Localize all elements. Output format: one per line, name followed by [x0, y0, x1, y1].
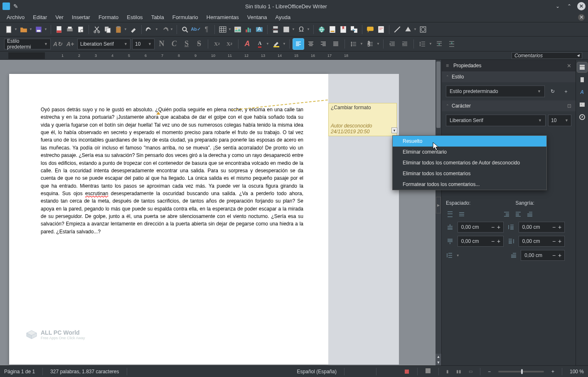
paragraph-style-combo[interactable]: Estilo predetermi▼: [4, 39, 51, 49]
view-multi-icon[interactable]: ▮▮: [456, 369, 461, 374]
strikethrough-icon[interactable]: S: [194, 39, 204, 49]
indent-dec-icon[interactable]: [514, 210, 522, 218]
dropdown-icon[interactable]: ▼: [283, 42, 286, 46]
print-preview-icon[interactable]: [76, 25, 85, 34]
print-icon[interactable]: [65, 25, 74, 34]
insert-textbox-icon[interactable]: A: [255, 25, 264, 34]
zoom-slider[interactable]: [498, 371, 544, 372]
open-icon[interactable]: [19, 25, 28, 34]
menu-archivo[interactable]: Archivo: [3, 13, 28, 21]
copy-icon[interactable]: [103, 25, 112, 34]
insert-symbol-icon[interactable]: Ω: [297, 25, 306, 34]
scrollbar-thumb[interactable]: [436, 61, 440, 128]
document-body[interactable]: Oyó pasos detrás suyo y no le gustó en a…: [9, 74, 328, 235]
cut-icon[interactable]: [92, 25, 101, 34]
new-style-icon[interactable]: A+: [65, 39, 76, 49]
panel-close-button[interactable]: ✕: [567, 63, 571, 69]
sidebar-font-combo[interactable]: Liberation Serif▼: [446, 115, 546, 126]
ctx-delete-author-comments[interactable]: Eliminar todos los comentarios de Autor …: [393, 157, 546, 168]
style-combo[interactable]: Estilo predeterminado▼: [446, 86, 545, 97]
gallery-tab-icon[interactable]: [577, 100, 587, 110]
new-style-icon[interactable]: ＋: [561, 86, 571, 97]
dropdown-icon[interactable]: ▼: [292, 27, 295, 31]
spacing-inc-icon[interactable]: [446, 210, 454, 218]
save-icon[interactable]: [34, 25, 43, 34]
dropdown-icon[interactable]: ▼: [124, 27, 127, 31]
page[interactable]: Oyó pasos detrás suyo y no le gustó en a…: [9, 74, 328, 365]
styles-tab-icon[interactable]: A: [577, 87, 587, 97]
dropdown-icon[interactable]: ▼: [456, 254, 461, 257]
insert-chart-icon[interactable]: [244, 25, 253, 34]
menu-insertar[interactable]: Insertar: [69, 13, 93, 21]
menu-herramientas[interactable]: Herramientas: [203, 13, 242, 21]
comment-menu-button[interactable]: ▼: [391, 127, 397, 133]
first-line-indent-icon[interactable]: [526, 210, 534, 218]
ctx-delete-all-comments[interactable]: Eliminar todos los comentarios: [393, 168, 546, 179]
dropdown-icon[interactable]: ▼: [44, 27, 47, 31]
superscript-icon[interactable]: X2: [212, 39, 222, 49]
insert-field-icon[interactable]: [282, 25, 291, 34]
document-area[interactable]: Oyó pasos detrás suyo y no le gustó en a…: [0, 60, 441, 365]
comment-text[interactable]: ¿Cambiar formato: [331, 105, 394, 110]
dropdown-icon[interactable]: ▼: [376, 42, 380, 46]
menu-ventana[interactable]: Ventana: [244, 13, 271, 21]
bookmark-icon[interactable]: [339, 25, 348, 34]
view-single-icon[interactable]: ▮: [446, 369, 449, 374]
scroll-down-icon[interactable]: ▼: [435, 360, 441, 365]
dropdown-icon[interactable]: ▼: [155, 27, 158, 31]
subscript-icon[interactable]: X2: [224, 39, 235, 49]
justify-icon[interactable]: [330, 39, 341, 49]
paste-icon[interactable]: [114, 25, 123, 34]
bullet-list-icon[interactable]: [348, 39, 359, 49]
section-character-header[interactable]: ⌃Carácter⊡: [442, 100, 576, 111]
update-style-icon[interactable]: A↻: [52, 39, 63, 49]
update-style-icon[interactable]: ↻: [547, 86, 558, 97]
basic-shapes-icon[interactable]: [403, 25, 413, 34]
section-style-header[interactable]: ⌃Estilo: [442, 71, 576, 82]
menu-estilos[interactable]: Estilos: [123, 13, 146, 21]
save-status-icon[interactable]: [425, 368, 431, 375]
new-icon[interactable]: [4, 25, 13, 34]
page-tab-icon[interactable]: [577, 75, 587, 85]
sidebar-size-combo[interactable]: 10▼: [548, 115, 571, 126]
insert-table-icon[interactable]: [218, 25, 227, 34]
spellcheck-icon[interactable]: Ab✓: [191, 25, 200, 34]
close-document-button[interactable]: ✕: [578, 14, 585, 21]
indent-inc-icon[interactable]: [502, 210, 511, 218]
draw-icon[interactable]: [418, 25, 428, 34]
dropdown-icon[interactable]: ▼: [429, 42, 432, 46]
italic-icon[interactable]: C: [169, 39, 180, 49]
dropdown-icon[interactable]: ▼: [29, 27, 32, 31]
ctx-format-all-comments[interactable]: Formatear todos los comentarios...: [393, 179, 546, 190]
navigator-tab-icon[interactable]: [577, 112, 587, 122]
page-status[interactable]: Página 1 de 1: [4, 369, 35, 375]
font-name-combo[interactable]: Liberation Serif▼: [77, 39, 130, 49]
menu-tabla[interactable]: Tabla: [148, 13, 167, 21]
menu-formulario[interactable]: Formulario: [169, 13, 202, 21]
indent-right-spinner[interactable]: 0,00 cm−+: [519, 236, 565, 247]
minimize-button[interactable]: ⌄: [554, 2, 561, 10]
language-status[interactable]: Español (España): [297, 369, 337, 375]
close-button[interactable]: ✕: [577, 2, 586, 10]
para-spacing-increase-icon[interactable]: [434, 39, 445, 49]
dropdown-icon[interactable]: ▼: [170, 27, 173, 31]
scroll-up-icon[interactable]: ▲: [435, 354, 441, 360]
line-icon[interactable]: [393, 25, 402, 34]
menu-editar[interactable]: Editar: [30, 13, 50, 21]
dropdown-icon[interactable]: ▼: [14, 27, 17, 31]
para-spacing-decrease-icon[interactable]: [446, 39, 457, 49]
align-center-icon[interactable]: [305, 39, 316, 49]
cross-ref-icon[interactable]: [349, 25, 359, 34]
export-pdf-icon[interactable]: [54, 25, 64, 34]
comment-icon[interactable]: [366, 25, 375, 34]
zoom-in-icon[interactable]: +: [551, 369, 554, 375]
page-break-icon[interactable]: [271, 25, 280, 34]
menu-ayuda[interactable]: Ayuda: [272, 13, 294, 21]
increase-indent-icon[interactable]: [387, 39, 398, 49]
bold-icon[interactable]: N: [156, 39, 167, 49]
view-book-icon[interactable]: ▭: [469, 369, 472, 374]
spacing-dec-icon[interactable]: [458, 210, 466, 218]
clone-format-icon[interactable]: [129, 25, 138, 34]
dropdown-icon[interactable]: ▼: [413, 27, 417, 31]
first-line-spinner[interactable]: 0,00 cm−+: [521, 250, 565, 261]
